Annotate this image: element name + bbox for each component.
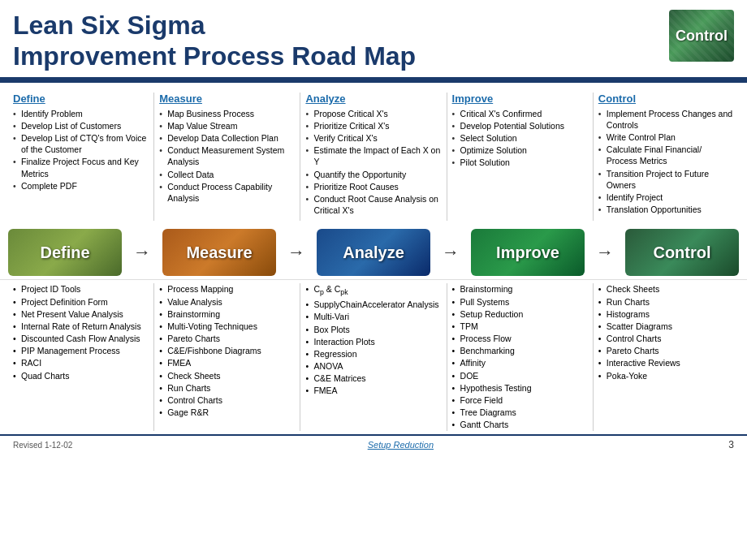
list-item: Transition Project to Future Owners bbox=[598, 168, 734, 191]
header-badge: Control bbox=[669, 10, 734, 62]
tools-list-item: ANOVA bbox=[305, 360, 441, 372]
header: Lean Six Sigma Improvement Process Road … bbox=[0, 0, 747, 80]
flow-box-define: Define bbox=[8, 229, 122, 276]
flow-box-analyze: Analyze bbox=[317, 229, 430, 276]
list-item: Develop List of Customers bbox=[13, 120, 149, 131]
footer-revised: Revised 1-12-02 bbox=[13, 441, 72, 450]
list-item: Implement Process Changes and Controls bbox=[598, 108, 734, 131]
tools-list-item: Process Flow bbox=[452, 333, 588, 344]
tools-list-item: Interaction Plots bbox=[305, 336, 441, 347]
tools-list-item: C&E/Fishbone Diagrams bbox=[159, 345, 295, 356]
tools-list-item: Internal Rate of Return Analysis bbox=[13, 321, 149, 332]
tools-list-item: Gage R&R bbox=[159, 407, 295, 418]
list-item: Conduct Root Cause Analysis on Critical … bbox=[305, 193, 441, 216]
column-define: DefineIdentify ProblemDevelop List of Cu… bbox=[8, 93, 154, 222]
top-columns: DefineIdentify ProblemDevelop List of Cu… bbox=[0, 88, 747, 226]
tools-list-item: Brainstorming bbox=[452, 283, 588, 295]
column-measure: MeasureMap Business ProcessMap Value Str… bbox=[154, 93, 300, 222]
tools-list-item: Multi-Vari bbox=[305, 311, 441, 322]
flow-arrow: → bbox=[596, 242, 614, 263]
flow-section: Define→Measure→Analyze→Improve→Control bbox=[0, 226, 747, 279]
footer-link[interactable]: Setup Reduction bbox=[368, 440, 434, 450]
list-item: Finalize Project Focus and Key Metrics bbox=[13, 156, 149, 179]
list-item: Complete PDF bbox=[13, 180, 149, 192]
flow-box-measure: Measure bbox=[162, 229, 276, 276]
list-item: Collect Data bbox=[159, 169, 295, 180]
tools-list-item: Check Sheets bbox=[598, 283, 734, 295]
list-item: Develop Data Collection Plan bbox=[159, 132, 295, 144]
flow-box-improve: Improve bbox=[471, 229, 585, 276]
tools-list-item: Run Charts bbox=[598, 296, 734, 308]
tools-list-item: DOE bbox=[452, 370, 588, 381]
flow-box-label-control: Control bbox=[653, 243, 710, 262]
header-badge-text: Control bbox=[676, 28, 728, 45]
flow-box-label-define: Define bbox=[40, 243, 89, 262]
list-item: Propose Critical X's bbox=[305, 108, 441, 119]
tools-list-item: Run Charts bbox=[159, 382, 295, 394]
tools-list-item: Gantt Charts bbox=[452, 419, 588, 430]
tools-list-item: Control Charts bbox=[598, 333, 734, 344]
tools-list-item: Force Field bbox=[452, 394, 588, 406]
list-item: Conduct Process Capability Analysis bbox=[159, 181, 295, 204]
tools-list-item: SupplyChainAccelerator Analysis bbox=[305, 299, 441, 310]
list-item: Map Value Stream bbox=[159, 120, 295, 131]
tools-list-item: Affinity bbox=[452, 357, 588, 368]
list-item: Quantify the Opportunity bbox=[305, 169, 441, 180]
column-title-improve: Improve bbox=[452, 93, 588, 105]
list-item: Write Control Plan bbox=[598, 131, 734, 143]
tools-list-item: Tree Diagrams bbox=[452, 407, 588, 418]
column-control: ControlImplement Process Changes and Con… bbox=[594, 93, 739, 222]
list-item: Pilot Solution bbox=[452, 157, 588, 168]
tools-col-analyze-tools: Cp & CpkSupplyChainAccelerator AnalysisM… bbox=[300, 283, 447, 431]
flow-box-control: Control bbox=[625, 229, 739, 276]
tools-col-control-tools: Check SheetsRun ChartsHistogramsScatter … bbox=[594, 283, 739, 431]
tools-list-item: PIP Management Process bbox=[13, 345, 149, 356]
tools-list-item: Setup Reduction bbox=[452, 308, 588, 320]
tools-list-item: Benchmarking bbox=[452, 345, 588, 356]
column-title-measure: Measure bbox=[159, 93, 295, 105]
tools-list-item: Regression bbox=[305, 348, 441, 360]
tools-list-item: Multi-Voting Techniques bbox=[159, 321, 295, 332]
tools-col-measure-tools: Process MappingValue AnalysisBrainstormi… bbox=[154, 283, 300, 431]
tools-list-item: Histograms bbox=[598, 308, 734, 320]
column-title-analyze: Analyze bbox=[305, 93, 441, 105]
tools-list-item: Check Sheets bbox=[159, 370, 295, 381]
tools-list-item: Cp & Cpk bbox=[305, 283, 441, 298]
tools-list-item: Discounted Cash Flow Analysis bbox=[13, 333, 149, 344]
tools-list-item: Value Analysis bbox=[159, 296, 295, 308]
flow-box-label-measure: Measure bbox=[186, 243, 252, 262]
tools-list-item: Project Definition Form bbox=[13, 296, 149, 308]
tools-list-item: RACI bbox=[13, 357, 149, 368]
list-item: Prioritize Critical X's bbox=[305, 120, 441, 131]
tools-list-item: Pull Systems bbox=[452, 296, 588, 308]
list-item: Identify Project bbox=[598, 192, 734, 203]
column-analyze: AnalyzePropose Critical X'sPrioritize Cr… bbox=[300, 93, 447, 222]
column-title-define: Define bbox=[13, 93, 149, 105]
list-item: Translation Opportunities bbox=[598, 204, 734, 215]
list-item: Estimate the Impact of Each X on Y bbox=[305, 144, 441, 167]
list-item: Select Solution bbox=[452, 132, 588, 144]
tools-list-item: Pareto Charts bbox=[598, 345, 734, 356]
list-item: Prioritize Root Causes bbox=[305, 181, 441, 192]
tools-list-item: FMEA bbox=[305, 385, 441, 396]
list-item: Identify Problem bbox=[13, 108, 149, 119]
divider bbox=[0, 80, 747, 83]
list-item: Optimize Solution bbox=[452, 144, 588, 156]
list-item: Conduct Measurement System Analysis bbox=[159, 144, 295, 167]
flow-arrow: → bbox=[133, 242, 151, 263]
tools-col-improve-tools: BrainstormingPull SystemsSetup Reduction… bbox=[447, 283, 594, 431]
list-item: Develop Potential Solutions bbox=[452, 120, 588, 131]
flow-box-label-improve: Improve bbox=[496, 243, 559, 262]
tools-col-define-tools: Project ID ToolsProject Definition FormN… bbox=[8, 283, 154, 431]
flow-box-label-analyze: Analyze bbox=[343, 243, 404, 262]
tools-list-item: Brainstorming bbox=[159, 308, 295, 320]
tools-list-item: Process Mapping bbox=[159, 283, 295, 295]
tools-list-item: FMEA bbox=[159, 357, 295, 368]
footer-page: 3 bbox=[728, 439, 734, 450]
list-item: Verify Critical X's bbox=[305, 132, 441, 144]
list-item: Critical X's Confirmed bbox=[452, 108, 588, 119]
tools-list-item: TPM bbox=[452, 321, 588, 332]
list-item: Map Business Process bbox=[159, 108, 295, 119]
tools-list-item: Quad Charts bbox=[13, 370, 149, 381]
list-item: Calculate Final Financial/ Process Metri… bbox=[598, 144, 734, 166]
